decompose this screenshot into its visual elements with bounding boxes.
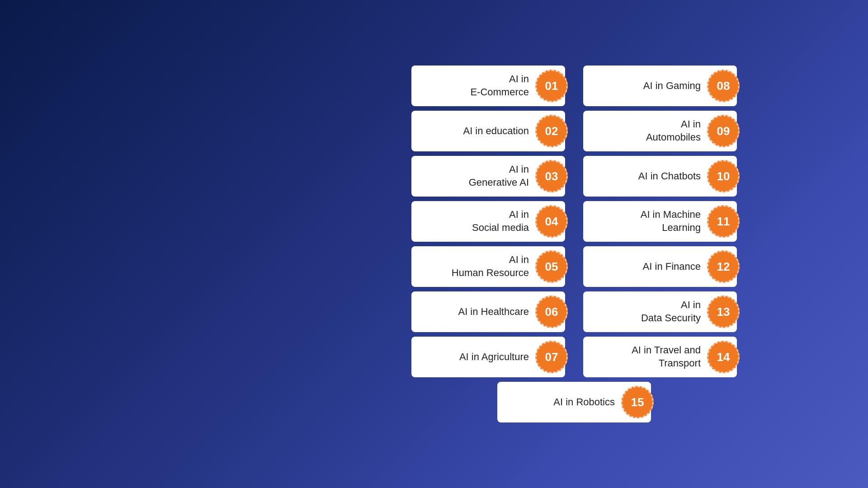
item-number: 14 xyxy=(707,341,740,373)
item-card: AI in Generative AI03 xyxy=(411,156,565,197)
item-number: 03 xyxy=(535,160,568,192)
bottom-row: AI in Robotics15 xyxy=(497,382,651,422)
item-number: 12 xyxy=(707,250,740,283)
columns-wrapper: AI in E-Commerce01AI in education02AI in… xyxy=(411,66,737,377)
item-card: AI in Healthcare06 xyxy=(411,291,565,332)
item-label: AI in Finance xyxy=(592,260,705,273)
item-card: AI in Finance12 xyxy=(583,246,737,287)
item-number: 10 xyxy=(707,160,740,192)
item-number: 06 xyxy=(535,296,568,328)
item-label: AI in Healthcare xyxy=(420,305,533,319)
item-number: 01 xyxy=(535,70,568,102)
item-card: AI in Chatbots10 xyxy=(583,156,737,197)
item-label: AI in Social media xyxy=(420,208,533,234)
item-label: AI in Human Resource xyxy=(420,253,533,279)
item-card: AI in Social media04 xyxy=(411,201,565,242)
item-label: AI in E-Commerce xyxy=(420,73,533,99)
item-label: AI in Generative AI xyxy=(420,163,533,189)
item-number: 13 xyxy=(707,296,740,328)
item-card: AI in education02 xyxy=(411,111,565,151)
item-number: 15 xyxy=(621,386,654,418)
item-card: AI in Travel and Transport14 xyxy=(583,337,737,377)
right-column: AI in Gaming08AI in Automobiles09AI in C… xyxy=(583,66,737,377)
item-label: AI in Chatbots xyxy=(592,170,705,183)
item-number: 04 xyxy=(535,205,568,238)
right-panel: AI in E-Commerce01AI in education02AI in… xyxy=(280,56,868,432)
item-card: AI in Robotics15 xyxy=(497,382,651,422)
item-number: 05 xyxy=(535,250,568,283)
item-card: AI in Gaming08 xyxy=(583,66,737,106)
item-card: AI in Automobiles09 xyxy=(583,111,737,151)
item-label: AI in Travel and Transport xyxy=(592,344,705,370)
item-card: AI in Human Resource05 xyxy=(411,246,565,287)
item-card: AI in E-Commerce01 xyxy=(411,66,565,106)
item-card: AI in Agriculture07 xyxy=(411,337,565,377)
item-number: 07 xyxy=(535,341,568,373)
left-column: AI in E-Commerce01AI in education02AI in… xyxy=(411,66,565,377)
left-panel xyxy=(0,217,280,271)
item-label: AI in education xyxy=(420,125,533,138)
item-label: AI in Agriculture xyxy=(420,351,533,364)
item-label: AI in Robotics xyxy=(506,396,619,409)
item-label: AI in Automobiles xyxy=(592,118,705,144)
item-number: 11 xyxy=(707,205,740,238)
item-card: AI in Data Security13 xyxy=(583,291,737,332)
item-number: 02 xyxy=(535,115,568,147)
item-label: AI in Machine Learning xyxy=(592,208,705,234)
item-label: AI in Data Security xyxy=(592,299,705,324)
item-number: 08 xyxy=(707,70,740,102)
item-card: AI in Machine Learning11 xyxy=(583,201,737,242)
item-label: AI in Gaming xyxy=(592,80,705,93)
item-number: 09 xyxy=(707,115,740,147)
